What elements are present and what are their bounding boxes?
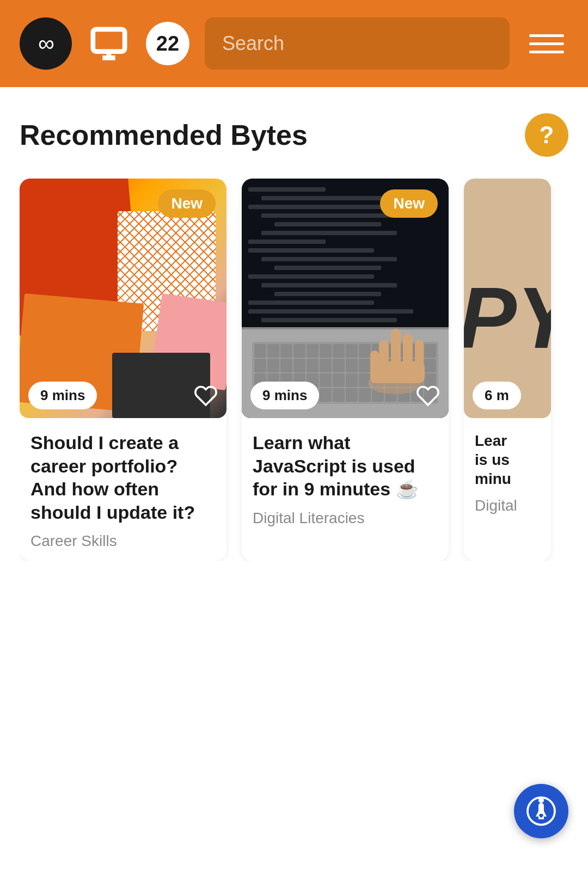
hamburger-icon (529, 42, 564, 45)
badge-count: 22 (156, 32, 179, 56)
card-1-category: Career Skills (30, 532, 216, 550)
notification-badge[interactable]: 22 (146, 22, 189, 65)
card-2-category: Digital Literacies (253, 510, 438, 527)
time-badge-2: 9 mins (250, 382, 319, 409)
heart-icon-1 (194, 384, 218, 408)
svg-rect-0 (93, 29, 125, 52)
card-2-image: New 9 mins (242, 179, 449, 418)
section-title: Recommended Bytes (20, 119, 308, 151)
card-1-body: Should I create a career portfolio? And … (20, 418, 226, 561)
card-1[interactable]: New 9 mins Should I create a career port… (20, 179, 226, 561)
card-3-category: Digital (475, 497, 540, 514)
help-button[interactable]: ? (525, 113, 568, 157)
card-2-overlay: 9 mins (242, 382, 449, 409)
card-1-image: New 9 mins (20, 179, 226, 418)
accessibility-button[interactable] (514, 784, 568, 838)
monitor-icon-button[interactable] (87, 22, 131, 65)
main-content: Recommended Bytes ? New (0, 87, 588, 871)
hamburger-icon (529, 51, 564, 53)
py-text: PY (464, 274, 551, 361)
card-1-overlay: 9 mins (20, 382, 226, 409)
card-3-image: PY 6 m (464, 179, 551, 418)
time-badge-3: 6 m (473, 382, 521, 409)
svg-rect-9 (370, 361, 425, 383)
card-2-body: Learn what JavaScript is used for in 9 m… (242, 418, 449, 538)
hamburger-icon (529, 34, 564, 37)
card-3[interactable]: PY 6 m Learis usminu Digital (464, 179, 551, 561)
search-input[interactable] (205, 17, 510, 70)
heart-icon-2 (416, 384, 440, 408)
section-header: Recommended Bytes ? (20, 113, 568, 157)
card-2-title: Learn what JavaScript is used for in 9 m… (253, 431, 438, 501)
menu-button[interactable] (525, 22, 568, 65)
time-badge-1: 9 mins (28, 382, 97, 409)
logo[interactable]: ∞ (20, 17, 72, 70)
app-header: ∞ 22 (0, 0, 588, 87)
cards-row: New 9 mins Should I create a career port… (20, 179, 568, 561)
card-3-body: Learis usminu Digital (464, 418, 551, 525)
help-icon: ? (540, 121, 554, 149)
card-3-title: Learis usminu (475, 431, 540, 488)
accessibility-icon (525, 795, 558, 827)
monitor-icon (90, 24, 128, 63)
card-1-title: Should I create a career portfolio? And … (30, 431, 216, 524)
logo-icon: ∞ (38, 32, 53, 55)
card-2[interactable]: New 9 mins Learn what JavaScript is used… (242, 179, 449, 561)
new-badge-2: New (380, 189, 438, 218)
card-3-overlay: 6 m (464, 382, 551, 409)
new-badge-1: New (158, 189, 216, 218)
